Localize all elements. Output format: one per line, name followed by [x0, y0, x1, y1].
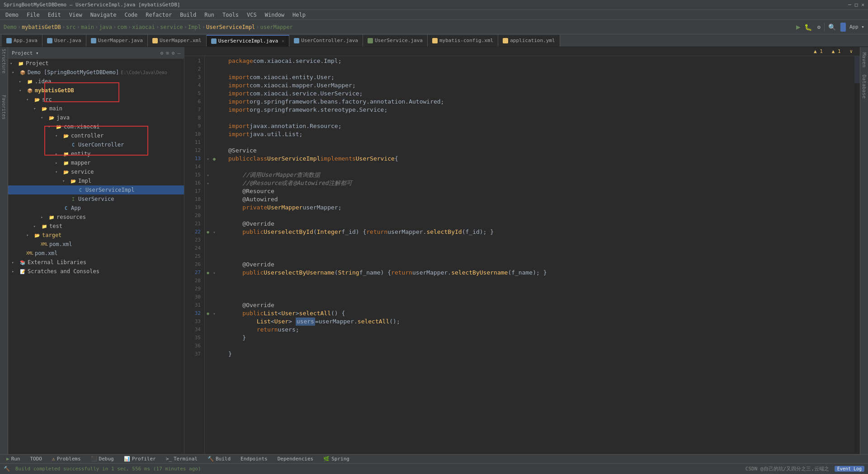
run-icon-22[interactable]: ●: [205, 229, 211, 235]
tab-usercontroller-java[interactable]: UserController.java: [289, 35, 363, 47]
toolbar-run-btn[interactable]: ▶: [796, 23, 801, 31]
main-layout: Structure Favorites Project ▾ ⚙ ≡ ⚙ — ▾: [0, 47, 868, 454]
tree-item-mybatisgetdb[interactable]: ▾ 📦 mybatisGetDB: [8, 86, 184, 95]
menu-edit[interactable]: Edit: [44, 11, 65, 19]
bottom-tab-build[interactable]: 🔨 Build: [203, 455, 235, 463]
maven-label[interactable]: Maven: [860, 49, 868, 71]
tab-app-java[interactable]: App.java: [2, 35, 42, 47]
close-panel-icon[interactable]: —: [177, 50, 180, 56]
tree-item-main[interactable]: ▾ 📂 main: [8, 104, 184, 113]
breadcrumb-impl[interactable]: Impl: [188, 24, 201, 30]
fold-icon-22[interactable]: ▾: [211, 229, 217, 235]
tree-item-java[interactable]: ▾ 📂 java: [8, 113, 184, 122]
breadcrumb-main[interactable]: main: [81, 24, 94, 30]
bottom-tab-debug[interactable]: ⬛ Debug: [86, 455, 118, 463]
toolbar-debug-btn[interactable]: 🐛: [804, 24, 812, 31]
bottom-tab-spring[interactable]: 🌿 Spring: [319, 455, 354, 463]
tree-item-controller[interactable]: ▾ 📂 controller: [8, 131, 184, 140]
minimize-btn[interactable]: ─: [848, 2, 851, 8]
tree-item-app[interactable]: C App: [8, 204, 184, 213]
tree-item-com-xiaocai[interactable]: ▾ 📂 com.xiaocai: [8, 122, 184, 131]
tree-item-service[interactable]: ▾ 📂 service: [8, 167, 184, 176]
tab-user-java[interactable]: User.java: [42, 35, 86, 47]
menu-help[interactable]: Help: [289, 11, 309, 19]
event-log-badge[interactable]: Event Log: [835, 466, 864, 472]
menu-run[interactable]: Run: [201, 11, 218, 19]
tab-application-yml[interactable]: application.yml: [498, 35, 560, 47]
tree-item-usercontroller[interactable]: C UserController: [8, 140, 184, 149]
breadcrumb-src[interactable]: src: [66, 24, 76, 30]
tree-item-demo[interactable]: ▾ 📦 Demo [SpringBootMyGetDBDemo] E:\Code…: [8, 68, 184, 77]
code-content[interactable]: package com.xiaocai.service.Impl; import…: [225, 56, 854, 454]
fold-icon-32[interactable]: ▾: [211, 310, 217, 317]
bottom-tab-todo[interactable]: TODO: [26, 455, 47, 463]
breadcrumb-service[interactable]: service: [160, 24, 183, 30]
menu-vcs[interactable]: VCS: [243, 11, 260, 19]
maximize-btn[interactable]: □: [855, 2, 858, 8]
breadcrumb-usermapper[interactable]: userMapper: [260, 24, 293, 30]
breadcrumb-project[interactable]: mybatisGetDB: [22, 24, 61, 30]
structure-icon[interactable]: Structure: [1, 49, 6, 73]
app-dropdown[interactable]: [840, 23, 846, 32]
tree-item-idea[interactable]: ▸ 📁 .idea: [8, 77, 184, 86]
bottom-tab-run[interactable]: ▶ Run: [2, 455, 25, 463]
tab-mybatis-config-xml[interactable]: mybatis-config.xml: [428, 35, 498, 47]
tree-item-mapper[interactable]: ▸ 📁 mapper: [8, 158, 184, 167]
menu-window[interactable]: Window: [261, 11, 288, 19]
toolbar-build-btn[interactable]: ⚙: [817, 24, 821, 30]
menu-tools[interactable]: Tools: [219, 11, 242, 19]
menu-refactor[interactable]: Refactor: [142, 11, 175, 19]
fold-icon-13[interactable]: ▾: [205, 156, 211, 162]
menu-file[interactable]: File: [23, 11, 43, 19]
tab-userservice-java[interactable]: UserService.java: [363, 35, 428, 47]
tree-item-project[interactable]: ▾ 📁 Project: [8, 59, 184, 68]
tree-item-userserviceimpl[interactable]: C UserServiceImpl: [8, 185, 184, 194]
fold-icon-27[interactable]: ▾: [211, 270, 217, 276]
fold-icon-16[interactable]: ▾: [205, 180, 211, 186]
breadcrumb-demo[interactable]: Demo: [4, 24, 17, 30]
menu-code[interactable]: Code: [121, 11, 141, 19]
fold-icon-15[interactable]: ▾: [205, 172, 211, 178]
tree-item-external-libs[interactable]: ▸ 📚 External Libraries: [8, 258, 184, 267]
breadcrumb-userserviceimpl[interactable]: UserServiceImpl: [206, 24, 255, 30]
bottom-tab-problems[interactable]: ⚠ Problems: [47, 455, 85, 463]
menu-demo[interactable]: Demo: [2, 11, 22, 19]
scroll-minimap[interactable]: [854, 56, 860, 454]
tab-usermapper-xml[interactable]: UserMapper.xml: [148, 35, 207, 47]
menu-view[interactable]: View: [66, 11, 86, 19]
tab-usermapper-java[interactable]: UserMapper.java: [86, 35, 148, 47]
database-label[interactable]: Database: [860, 71, 868, 102]
menu-navigate[interactable]: Navigate: [87, 11, 120, 19]
collapse-icon[interactable]: ≡: [166, 50, 169, 56]
tab-userserviceimpl-java[interactable]: UserServiceImpl.java ✕: [207, 35, 289, 47]
tab-close-icon[interactable]: ✕: [282, 38, 284, 43]
demo-label: Demo [SpringBootMyGetDBDemo]: [28, 69, 119, 76]
favorites-icon[interactable]: Favorites: [1, 95, 6, 119]
tree-item-pom-inner[interactable]: XML pom.xml: [8, 240, 184, 249]
tree-item-scratches[interactable]: ▸ 📝 Scratches and Consoles: [8, 267, 184, 276]
bottom-tab-terminal[interactable]: >_ Terminal: [161, 455, 202, 463]
tree-item-src[interactable]: ▾ 📂 src: [8, 95, 184, 104]
tree-item-userservice[interactable]: I UserService: [8, 194, 184, 204]
breadcrumb-xiaocai[interactable]: xiaocai: [132, 24, 155, 30]
tree-item-resources[interactable]: ▸ 📁 resources: [8, 213, 184, 222]
tree-item-pom[interactable]: XML pom.xml: [8, 249, 184, 258]
bottom-tab-endpoints[interactable]: Endpoints: [236, 455, 272, 463]
bottom-tab-dependencies[interactable]: Dependencies: [273, 455, 318, 463]
toolbar-search-btn[interactable]: 🔍: [828, 24, 836, 31]
tree-item-test[interactable]: ▸ 📁 test: [8, 222, 184, 231]
menu-build[interactable]: Build: [176, 11, 200, 19]
breadcrumb-com[interactable]: com: [117, 24, 127, 30]
run-icon-32[interactable]: ●: [205, 310, 211, 317]
bottom-tab-profiler[interactable]: 📊 Profiler: [119, 455, 160, 463]
tree-item-entity[interactable]: ▸ 📁 entity: [8, 149, 184, 158]
close-btn[interactable]: ✕: [861, 2, 864, 8]
settings-icon[interactable]: ⚙: [172, 50, 175, 56]
window-controls[interactable]: ─ □ ✕: [848, 2, 864, 8]
sync-icon[interactable]: ⚙: [160, 50, 164, 56]
code-editor[interactable]: 1 2 3 4 5 6 7 8 9 10 11 12 13 14 15 16 1…: [184, 56, 860, 454]
tree-item-target[interactable]: ▾ 📂 target: [8, 231, 184, 240]
tree-item-impl-folder[interactable]: ▾ 📂 Impl: [8, 176, 184, 185]
run-icon-27[interactable]: ●: [205, 270, 211, 276]
breadcrumb-java[interactable]: java: [99, 24, 112, 30]
